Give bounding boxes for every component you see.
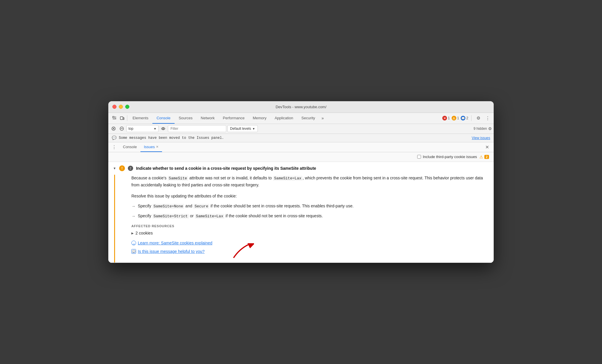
more-options-icon[interactable]: ⋮: [484, 114, 491, 122]
eye-button[interactable]: [160, 125, 167, 132]
context-selector[interactable]: top ▼: [126, 125, 159, 132]
context-arrow-icon: ▼: [154, 127, 156, 130]
message-badge[interactable]: 💬 2: [461, 116, 468, 120]
bullet-arrow-2-icon: →: [131, 213, 135, 219]
svg-rect-2: [123, 118, 124, 120]
window-title: DevTools - www.youtube.com/: [276, 105, 326, 109]
third-party-checkbox[interactable]: [417, 155, 421, 159]
tab-network[interactable]: Network: [197, 113, 219, 124]
resource-chevron-icon: ▶: [131, 232, 134, 235]
issues-header: Include third-party cookie issues ⚠ 2: [108, 152, 494, 162]
levels-arrow-icon: ▼: [252, 127, 255, 130]
samesite-strict-code: SameSite=Strict: [152, 214, 189, 219]
issue-body: Because a cookie's SameSite attribute wa…: [114, 175, 494, 262]
sub-tabs: ⋮ Console Issues ✕ ✕: [108, 142, 494, 152]
issues-banner: 💬 Some messages have been moved to the I…: [108, 134, 494, 142]
bullet-1: → Specify SameSite=None and Secure if th…: [131, 203, 489, 210]
separator: [127, 115, 127, 121]
learn-more-link[interactable]: → Learn more: SameSite cookies explained: [131, 241, 489, 245]
issue-count-number: 2: [484, 155, 489, 159]
maximize-button[interactable]: [125, 105, 129, 109]
issue-description: Because a cookie's SameSite attribute wa…: [131, 175, 489, 188]
warning-count-icon: ⚠: [479, 155, 483, 159]
close-issues-tab-icon[interactable]: ✕: [156, 145, 159, 149]
warning-icon: ⚠: [452, 116, 456, 120]
hidden-count: 9 hidden ⚙: [474, 126, 492, 131]
filter-input[interactable]: [168, 125, 226, 132]
issue-chevron-icon[interactable]: ▼: [113, 167, 116, 170]
devtools-window: DevTools - www.youtube.com/ Elements Con…: [108, 101, 494, 263]
message-icon: 💬: [461, 116, 465, 120]
view-issues-link[interactable]: View issues: [472, 136, 490, 140]
learn-more-icon: →: [131, 241, 136, 245]
hidden-settings-icon[interactable]: ⚙: [488, 126, 492, 131]
sub-tabs-menu-icon[interactable]: ⋮: [111, 144, 117, 150]
feedback-link[interactable]: 💬 Is this issue message helpful to you?: [131, 249, 205, 254]
issue-title: Indicate whether to send a cookie in a c…: [136, 166, 316, 171]
secure-code: Secure: [193, 204, 209, 209]
feedback-icon: 💬: [131, 249, 136, 254]
affected-label: AFFECTED RESOURCES: [131, 224, 489, 228]
bullet-2: → Specify SameSite=Strict or SameSite=La…: [131, 213, 489, 220]
samesite-lax-code-2: SameSite=Lax: [195, 214, 225, 219]
error-icon: ✕: [442, 116, 447, 120]
bullet-arrow-1-icon: →: [131, 203, 135, 209]
nav-tabs: Elements Console Sources Network Perform…: [108, 113, 494, 124]
red-arrow-annotation: [231, 243, 254, 261]
third-party-checkbox-label[interactable]: Include third-party cookie issues: [417, 155, 477, 159]
resolve-text: Resolve this issue by updating the attri…: [131, 193, 489, 199]
samesite-lax-code: SameSite=Lax: [273, 176, 303, 181]
close-panel-button[interactable]: ✕: [483, 143, 491, 151]
tab-performance[interactable]: Performance: [219, 113, 248, 124]
console-toolbar: top ▼ Default levels ▼ 9 hidden ⚙: [108, 124, 494, 134]
tab-application[interactable]: Application: [271, 113, 297, 124]
issue-header[interactable]: ▼ ! 2 Indicate whether to send a cookie …: [108, 162, 494, 175]
cookie-resource-item[interactable]: ▶ 2 cookies: [131, 230, 489, 236]
badge-area: ✕ 1 ⚠ 1 💬 2 ⚙ ⋮: [442, 114, 491, 122]
issue-warning-icon: !: [119, 165, 125, 171]
tab-console-sub[interactable]: Console: [119, 142, 140, 152]
minimize-button[interactable]: [119, 105, 123, 109]
more-tabs-button[interactable]: »: [319, 116, 326, 120]
traffic-lights: [112, 105, 129, 109]
samesite-code-1: SameSite: [168, 176, 188, 181]
tab-issues-sub[interactable]: Issues ✕: [140, 142, 162, 152]
svg-rect-0: [113, 116, 114, 118]
log-levels-button[interactable]: Default levels ▼: [227, 125, 258, 132]
tab-elements[interactable]: Elements: [128, 113, 152, 124]
issues-banner-icon: 💬: [112, 136, 116, 140]
svg-rect-1: [120, 117, 123, 120]
issue-count-num: 2: [128, 166, 133, 171]
tab-memory[interactable]: Memory: [249, 113, 271, 124]
svg-point-5: [163, 128, 164, 129]
no-symbol-button[interactable]: [118, 125, 125, 132]
error-badge[interactable]: ✕ 1: [442, 116, 450, 120]
close-button[interactable]: [112, 105, 116, 109]
issues-banner-message: 💬 Some messages have been moved to the I…: [112, 136, 224, 140]
issues-count-badge: ⚠ 2: [479, 155, 489, 159]
content-area: ▼ ! 2 Indicate whether to send a cookie …: [108, 162, 494, 263]
tab-security[interactable]: Security: [297, 113, 319, 124]
feedback-section: 💬 Is this issue message helpful to you?: [131, 249, 205, 257]
warning-badge[interactable]: ⚠ 1: [452, 116, 459, 120]
tab-console[interactable]: Console: [152, 113, 175, 124]
title-bar: DevTools - www.youtube.com/: [108, 101, 494, 113]
samesite-none-code: SameSite=None: [152, 204, 184, 209]
inspector-icon[interactable]: [111, 114, 118, 122]
device-toggle-icon[interactable]: [118, 114, 126, 122]
tab-sources[interactable]: Sources: [175, 113, 197, 124]
issue-item: ▼ ! 2 Indicate whether to send a cookie …: [108, 162, 494, 263]
clear-console-button[interactable]: [110, 125, 117, 132]
affected-resources: AFFECTED RESOURCES ▶ 2 cookies: [131, 224, 489, 236]
badge-sep: [471, 115, 471, 121]
settings-icon[interactable]: ⚙: [474, 114, 482, 122]
